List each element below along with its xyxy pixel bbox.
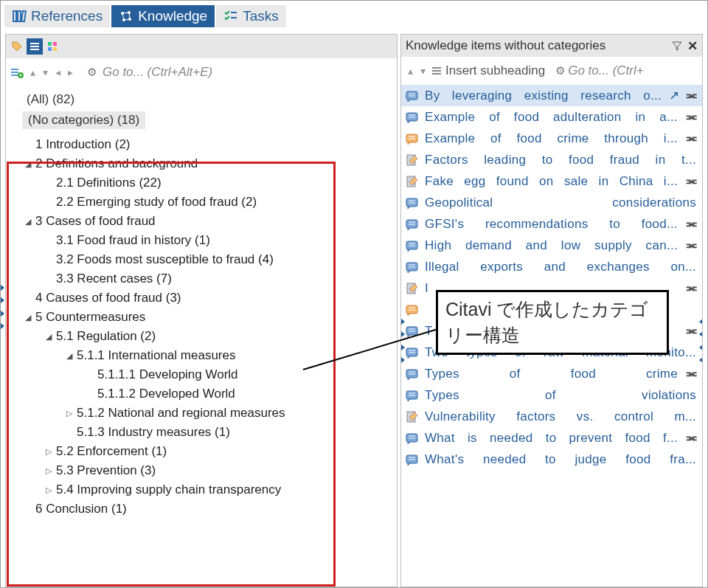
- gear-icon[interactable]: ⚙: [87, 66, 97, 79]
- knowledge-item-title: Geopolitical considerations: [425, 196, 698, 210]
- category-tree[interactable]: 1 Introduction (2)◢2 Definitions and bac…: [13, 131, 389, 519]
- knowledge-item[interactable]: By leveraging existing research o...↗⫘: [401, 85, 702, 106]
- right-header: Knowledge items without categories ✕: [401, 35, 702, 57]
- knowledge-item-title: GFSI's recommendations to food...: [425, 217, 679, 232]
- tree-node[interactable]: 5.1.3 Industry measures (1): [13, 423, 386, 442]
- goto-input[interactable]: Go to... (Ctrl+: [568, 63, 644, 78]
- tree-node[interactable]: 3.2 Foods most susceptible to fraud (4): [13, 250, 386, 269]
- tab-label: Knowledge: [138, 8, 207, 24]
- grid-button[interactable]: [44, 38, 60, 55]
- gear-icon[interactable]: ⚙: [555, 64, 565, 77]
- tree-node[interactable]: 1 Introduction (2): [13, 135, 386, 154]
- up-arrow-icon[interactable]: ▴: [28, 66, 38, 78]
- up-arrow-icon[interactable]: ▴: [406, 65, 415, 77]
- knowledge-item[interactable]: Vulnerability factors vs. control m...: [401, 406, 702, 427]
- close-icon[interactable]: ✕: [687, 38, 698, 54]
- knowledge-item[interactable]: What's needed to judge food fra...: [401, 449, 702, 470]
- tree-node[interactable]: ▷5.4 Improving supply chain transparency: [13, 480, 386, 499]
- tree-node[interactable]: 5.1.1.1 Developing World: [13, 365, 386, 384]
- knowledge-item[interactable]: Illegal exports and exchanges on...: [401, 256, 702, 277]
- knowledge-item-title: Types of food crime: [425, 367, 679, 381]
- tab-references[interactable]: References: [4, 5, 110, 27]
- categories-pane: ▴ ▾ ◂ ▸ ⚙ Go to... (Ctrl+Alt+E) (All) (8…: [5, 34, 398, 587]
- tree-node[interactable]: ▷5.3 Prevention (3): [13, 461, 386, 480]
- no-categories-row[interactable]: (No categories) (18): [22, 111, 145, 129]
- link-icon[interactable]: ⫘: [685, 131, 698, 146]
- down-arrow-icon[interactable]: ▾: [41, 66, 50, 78]
- svg-rect-17: [53, 42, 57, 46]
- knowledge-item-title: Example of food adulteration in a...: [425, 110, 679, 125]
- tree-node[interactable]: 4 Causes of food fraud (3): [13, 288, 386, 308]
- knowledge-item[interactable]: Types of violations: [401, 384, 702, 406]
- knowledge-item-title: What is needed to prevent food f...: [425, 431, 679, 446]
- tasks-icon: [223, 9, 238, 24]
- tree-node[interactable]: ▷5.2 Enforcement (1): [13, 442, 386, 461]
- link-icon[interactable]: ⫘: [685, 174, 698, 189]
- list-button[interactable]: [27, 38, 43, 55]
- goto-input[interactable]: Go to... (Ctrl+Alt+E): [100, 65, 394, 80]
- tab-label: Tasks: [243, 8, 279, 24]
- mid-handle-l[interactable]: [400, 315, 405, 367]
- tree-node[interactable]: 6 Conclusion (1): [13, 499, 386, 519]
- knowledge-item-title: Fake egg found on sale in China i...: [425, 174, 679, 189]
- down-arrow-icon[interactable]: ▾: [418, 65, 428, 77]
- mid-handle-r[interactable]: [698, 315, 703, 367]
- list-icon[interactable]: [431, 65, 442, 77]
- link-icon[interactable]: ⫘: [685, 367, 698, 381]
- knowledge-item[interactable]: Example of food crime through i...⫘: [401, 128, 702, 149]
- svg-rect-19: [53, 47, 57, 51]
- knowledge-item[interactable]: What is needed to prevent food f...⫘: [401, 427, 702, 449]
- tree-node[interactable]: 3.1 Food fraud in history (1): [13, 231, 386, 250]
- knowledge-item[interactable]: Factors leading to food fraud in t...: [401, 149, 702, 170]
- knowledge-item[interactable]: Example of food adulteration in a...⫘: [401, 106, 702, 128]
- knowledge-item[interactable]: Types of food crime⫘: [401, 363, 702, 384]
- open-icon[interactable]: ↗: [669, 88, 679, 103]
- svg-rect-16: [48, 42, 52, 46]
- tab-tasks[interactable]: Tasks: [216, 5, 286, 27]
- link-icon[interactable]: ⫘: [685, 324, 698, 339]
- tree-node[interactable]: 2.1 Definitions (22): [13, 173, 386, 193]
- knowledge-item[interactable]: Fake egg found on sale in China i...⫘: [401, 170, 702, 192]
- knowledge-item-title: What's needed to judge food fra...: [425, 452, 698, 467]
- knowledge-item[interactable]: GFSI's recommendations to food...⫘: [401, 213, 702, 235]
- tree-node[interactable]: 3.3 Recent cases (7): [13, 269, 386, 288]
- svg-rect-18: [48, 47, 52, 51]
- svg-rect-28: [432, 73, 441, 75]
- tree-node[interactable]: 2.2 Emerging study of food fraud (2): [13, 193, 386, 212]
- knowledge-item-title: High demand and low supply can...: [425, 238, 679, 253]
- tag-button[interactable]: [9, 38, 25, 55]
- tree-node[interactable]: ◢5.1 Regulation (2): [13, 327, 386, 346]
- link-icon[interactable]: ⫘: [685, 217, 698, 232]
- knowledge-item[interactable]: High demand and low supply can...⫘: [401, 235, 702, 256]
- insert-subheading[interactable]: Insert subheading: [445, 63, 545, 78]
- right-arrow-icon[interactable]: ▸: [66, 66, 75, 78]
- tree-node[interactable]: 5.1.1.2 Developed World: [13, 384, 386, 404]
- svg-rect-13: [30, 43, 39, 44]
- svg-rect-20: [11, 69, 18, 70]
- tab-label: References: [31, 8, 103, 24]
- link-icon[interactable]: ⫘: [685, 281, 698, 296]
- annotation-callout: Citavi で作成したカテゴリー構造: [436, 290, 669, 355]
- link-icon[interactable]: ⫘: [685, 431, 698, 446]
- tree-node[interactable]: ◢5.1.1 International measures: [13, 346, 386, 365]
- left-subbar: ▴ ▾ ◂ ▸ ⚙ Go to... (Ctrl+Alt+E): [6, 58, 397, 86]
- tree-node[interactable]: ◢3 Cases of food fraud: [13, 212, 386, 231]
- link-icon[interactable]: ⫘: [685, 89, 698, 103]
- knowledge-item-title: By leveraging existing research o...: [425, 89, 663, 103]
- knowledge-item[interactable]: Geopolitical considerations: [401, 192, 702, 213]
- link-icon[interactable]: ⫘: [685, 110, 698, 125]
- svg-rect-26: [432, 67, 441, 69]
- new-category-button[interactable]: [9, 64, 25, 80]
- tab-knowledge[interactable]: Knowledge: [111, 5, 215, 27]
- left-arrow-icon[interactable]: ◂: [53, 66, 63, 78]
- svg-rect-27: [432, 70, 441, 72]
- link-icon[interactable]: ⫘: [685, 238, 698, 253]
- tree-node[interactable]: ◢2 Definitions and background: [13, 154, 386, 173]
- tree-node[interactable]: ◢5 Countermeasures: [13, 308, 386, 327]
- knowledge-list[interactable]: By leveraging existing research o...↗⫘Ex…: [401, 85, 702, 470]
- svg-rect-1: [18, 11, 21, 21]
- all-row[interactable]: (All) (82): [13, 91, 389, 110]
- filter-icon[interactable]: [671, 40, 683, 52]
- tree-node[interactable]: ▷5.1.2 National and regional measures: [13, 404, 386, 423]
- main-tabs: References Knowledge Tasks: [1, 1, 707, 30]
